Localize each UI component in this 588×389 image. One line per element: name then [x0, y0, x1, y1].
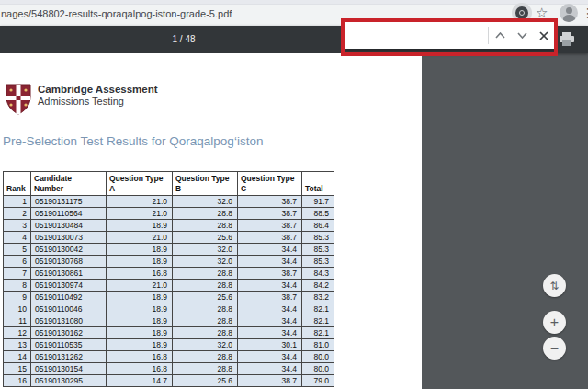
- extension-badge-icon[interactable]: [512, 3, 532, 23]
- table-cell: 25.6: [173, 375, 238, 387]
- avatar-body: [563, 15, 575, 22]
- table-cell: 05190130861: [31, 268, 107, 280]
- table-cell: 05190130162: [31, 327, 107, 339]
- table-cell: 34.4: [238, 315, 302, 327]
- table-row: 20519011056421.028.838.788.5: [4, 208, 334, 220]
- table-cell: 81.0: [302, 339, 334, 351]
- print-icon[interactable]: [560, 32, 574, 46]
- column-header: Candidate Number: [31, 172, 107, 196]
- table-row: 50519013004218.932.034.485.3: [4, 244, 334, 256]
- table-cell: 05190130042: [31, 244, 107, 256]
- column-header: Question Type B: [173, 172, 238, 196]
- table-cell: 18.9: [107, 327, 173, 339]
- table-cell: 30.1: [238, 339, 302, 351]
- table-cell: 7: [4, 268, 31, 280]
- table-cell: 4: [4, 232, 31, 244]
- browser-menu-icon[interactable]: ⋮: [582, 5, 588, 21]
- table-cell: 05190130154: [31, 363, 107, 375]
- close-icon: [539, 31, 548, 40]
- table-cell: 32.0: [173, 339, 238, 351]
- find-input[interactable]: [345, 22, 488, 49]
- table-cell: 3: [4, 220, 31, 232]
- table-cell: 85.3: [302, 232, 334, 244]
- table-cell: 05190110564: [31, 208, 107, 220]
- table-cell: 5: [4, 244, 31, 256]
- table-cell: 28.8: [173, 327, 238, 339]
- fit-to-page-button[interactable]: ⇅: [543, 274, 566, 297]
- table-cell: 14: [4, 351, 31, 363]
- table-cell: 28.8: [173, 315, 238, 327]
- table-cell: 32.0: [173, 244, 238, 256]
- table-cell: 25.6: [173, 292, 238, 303]
- table-row: 80519013097421.028.834.484.2: [4, 280, 334, 292]
- magnifier-icon: [515, 6, 528, 19]
- table-cell: 18.9: [107, 315, 173, 327]
- table-cell: 18.9: [107, 339, 173, 351]
- document-title: Pre-Selection Test Results for Qoraqalpo…: [3, 134, 263, 148]
- chevron-up-icon: [495, 32, 505, 39]
- table-cell: 91.7: [302, 196, 334, 208]
- table-row: 40519013007321.025.638.785.3: [4, 232, 334, 244]
- table-cell: 28.8: [173, 208, 238, 220]
- find-bar: [345, 22, 555, 49]
- find-close-button[interactable]: [533, 22, 555, 49]
- table-cell: 16: [4, 375, 31, 387]
- table-cell: 8: [4, 280, 31, 292]
- results-table-body: 10519013117521.032.038.791.7205190110564…: [4, 196, 334, 387]
- table-cell: 13: [4, 339, 31, 351]
- table-cell: 34.4: [238, 303, 302, 315]
- table-cell: 28.8: [173, 220, 238, 232]
- table-cell: 79.0: [302, 375, 334, 387]
- table-cell: 38.7: [238, 375, 302, 387]
- results-table: RankCandidate NumberQuestion Type AQuest…: [3, 171, 334, 387]
- table-cell: 05190110492: [31, 292, 107, 303]
- chevron-down-icon: [517, 32, 527, 39]
- table-cell: 38.7: [238, 196, 302, 208]
- table-cell: 21.0: [107, 280, 173, 292]
- find-previous-button[interactable]: [489, 22, 511, 49]
- profile-avatar-icon[interactable]: [560, 4, 578, 22]
- table-cell: 32.0: [173, 196, 238, 208]
- table-cell: 28.8: [173, 351, 238, 363]
- table-cell: 38.7: [238, 220, 302, 232]
- table-cell: 21.0: [107, 232, 173, 244]
- logo-line1: Cambridge Assessment: [38, 84, 158, 96]
- table-cell: 16.8: [107, 363, 173, 375]
- table-cell: 85.3: [302, 244, 334, 256]
- table-cell: 21.0: [107, 208, 173, 220]
- zoom-in-button[interactable]: +: [543, 311, 566, 334]
- table-cell: 2: [4, 208, 31, 220]
- table-row: 110519013108018.928.834.482.1: [4, 315, 334, 327]
- table-cell: 9: [4, 292, 31, 303]
- table-cell: 83.2: [302, 292, 334, 303]
- table-row: 140519013126216.828.834.480.0: [4, 351, 334, 363]
- table-cell: 05190131080: [31, 315, 107, 327]
- cambridge-logo: Cambridge Assessment Admissions Testing: [6, 84, 158, 115]
- table-row: 10519013117521.032.038.791.7: [4, 196, 334, 208]
- column-header: Total: [302, 172, 334, 196]
- avatar-head: [566, 7, 572, 14]
- bookmark-star-icon[interactable]: ☆: [536, 5, 548, 21]
- table-cell: 15: [4, 363, 31, 375]
- find-next-button[interactable]: [511, 22, 533, 49]
- table-row: 90519011049218.925.638.783.2: [4, 292, 334, 303]
- table-cell: 18.9: [107, 220, 173, 232]
- table-cell: 28.8: [173, 363, 238, 375]
- table-cell: 10: [4, 303, 31, 315]
- table-cell: 18.9: [107, 292, 173, 303]
- table-cell: 32.0: [173, 256, 238, 268]
- table-row: 160519013029514.725.638.779.0: [4, 375, 334, 387]
- address-bar-url[interactable]: nages/548802-results-qoraqalpog-iston-gr…: [1, 8, 232, 19]
- table-cell: 16.8: [107, 351, 173, 363]
- table-cell: 6: [4, 256, 31, 268]
- zoom-out-button[interactable]: −: [543, 337, 566, 360]
- table-row: 60519013076818.932.034.485.3: [4, 256, 334, 268]
- table-cell: 88.5: [302, 208, 334, 220]
- pdf-page: Cambridge Assessment Admissions Testing …: [0, 53, 422, 389]
- table-cell: 82.1: [302, 315, 334, 327]
- column-header: Question Type C: [238, 172, 302, 196]
- table-cell: 05190131175: [31, 196, 107, 208]
- logo-line2: Admissions Testing: [38, 96, 158, 108]
- table-cell: 18.9: [107, 303, 173, 315]
- table-cell: 05190130295: [31, 375, 107, 387]
